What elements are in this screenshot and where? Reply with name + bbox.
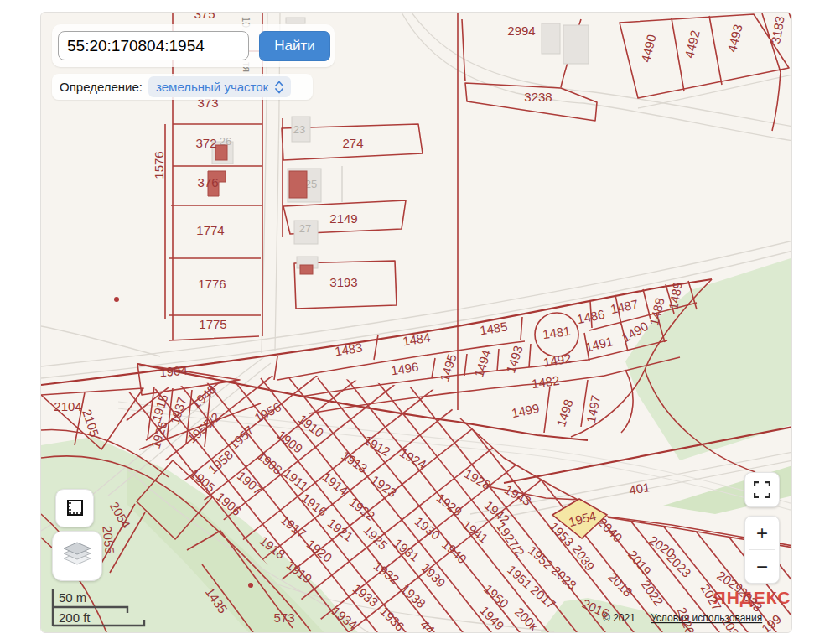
map-label: 2994	[507, 23, 535, 38]
map-label: 1904	[159, 363, 189, 380]
map-label: 2104	[54, 399, 81, 413]
map-label: 1775	[199, 317, 226, 331]
fullscreen-icon	[754, 481, 770, 498]
page: ЯНДЕКС	[0, 0, 835, 644]
map-label: 375	[194, 13, 215, 21]
layers-icon	[60, 541, 94, 571]
map-label: 2149	[329, 211, 357, 226]
map-label: 3193	[329, 275, 357, 289]
scale-imperial-label: 200 ft	[59, 610, 91, 625]
scale-control: 50 m 200 ft	[50, 587, 168, 632]
zoom-in-button[interactable]: +	[745, 517, 779, 549]
map-label: 274	[342, 136, 363, 150]
ruler-icon	[65, 498, 85, 518]
layers-button[interactable]	[52, 531, 102, 581]
map-label: 1776	[198, 277, 226, 291]
zoom-out-button[interactable]: −	[745, 550, 779, 583]
select-chevrons-icon	[275, 80, 283, 94]
cadastral-map: ЯНДЕКС	[41, 13, 792, 633]
map-label: 2055	[100, 525, 117, 554]
map-label: 27	[299, 222, 311, 235]
map-canvas[interactable]: ЯНДЕКС	[40, 12, 792, 633]
find-button[interactable]: Найти	[259, 31, 330, 61]
filter-card: Определение: земельный участок	[52, 74, 313, 100]
terms-link[interactable]: Условия использования	[651, 612, 762, 624]
object-type-select[interactable]: земельный участок	[148, 76, 291, 97]
survey-point	[114, 297, 119, 302]
map-label: 1774	[196, 223, 224, 237]
map-label: 372	[195, 136, 216, 150]
map-label: 3238	[524, 90, 552, 104]
search-input[interactable]	[58, 31, 249, 60]
selected-option-label: земельный участок	[156, 80, 268, 94]
fullscreen-button[interactable]	[744, 472, 780, 507]
map-label: 23	[293, 123, 305, 136]
map-label: 376	[197, 175, 218, 190]
map-label: 1576	[152, 151, 166, 179]
filter-label: Определение:	[60, 80, 143, 94]
scale-metric-label: 50 m	[59, 590, 86, 605]
survey-point	[248, 583, 253, 588]
measure-button[interactable]	[55, 489, 94, 527]
zoom-control: + −	[744, 516, 780, 584]
map-label: 573	[273, 610, 294, 625]
